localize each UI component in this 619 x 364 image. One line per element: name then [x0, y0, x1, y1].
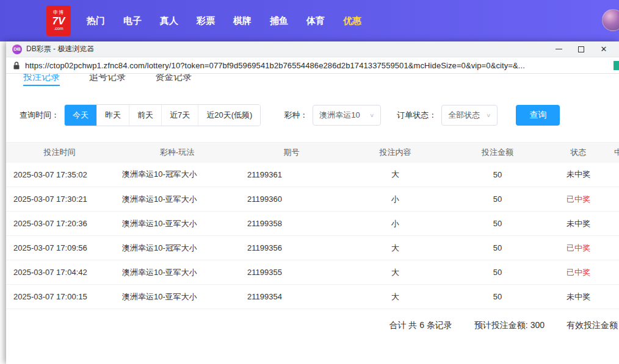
- game-cell: 澳洲幸运10-亚军大小: [113, 187, 241, 212]
- user-avatar[interactable]: [602, 9, 619, 31]
- content-cell: 大: [342, 285, 449, 309]
- nav-item-chess[interactable]: 棋牌: [233, 15, 252, 27]
- content-cell: 小: [342, 212, 449, 236]
- status-cell: 未中奖: [546, 212, 610, 236]
- valid-bet-amount: 有效投注金额: [567, 320, 618, 331]
- window-controls: ✕: [554, 45, 613, 54]
- table-header-row: 投注时间 彩种-玩法 期号 投注内容 投注金额 状态 中: [6, 143, 619, 163]
- time-option-yesterday[interactable]: 昨天: [96, 105, 129, 126]
- bet-time-cell: 2025-03-07 17:00:15: [6, 285, 113, 309]
- nav-item-lottery[interactable]: 彩票: [197, 15, 215, 27]
- amount-cell: 50: [449, 212, 546, 236]
- time-option-day-before[interactable]: 前天: [129, 105, 161, 126]
- window-title: DB彩票 - 极速浏览器: [26, 44, 94, 54]
- issue-cell: 21199354: [241, 285, 342, 309]
- header-prize: 中: [610, 143, 619, 163]
- bet-time-cell: 2025-03-07 17:09:56: [6, 236, 113, 260]
- nav-item-electronic[interactable]: 电子: [123, 15, 142, 27]
- site-logo[interactable]: 申博 7V .com: [46, 5, 71, 36]
- order-status-select[interactable]: 全部状态 ∨: [441, 105, 498, 126]
- summary-bar: 合计 共 6 条记录 预计投注金额: 300 有效投注金额: [6, 320, 619, 331]
- logo-main-text: 7V: [52, 16, 65, 27]
- logo-bottom-text: .com: [54, 26, 63, 30]
- lottery-select-value: 澳洲幸运10: [319, 110, 360, 121]
- chevron-down-icon: ∨: [486, 112, 491, 118]
- nav-item-promo[interactable]: 优惠: [343, 15, 361, 27]
- prize-cell: [610, 163, 619, 187]
- amount-cell: 50: [449, 187, 546, 212]
- table-row: 2025-03-07 17:04:42 澳洲幸运10-亚军大小 21199355…: [6, 260, 619, 285]
- status-cell: 未中奖: [546, 163, 610, 187]
- tab-bet-records[interactable]: 投注记录: [23, 74, 60, 86]
- amount-cell: 50: [449, 236, 546, 260]
- bet-time-cell: 2025-03-07 17:35:02: [6, 163, 113, 187]
- header-status: 状态: [546, 143, 610, 163]
- status-cell: 已中奖: [546, 187, 610, 212]
- tab-chase-records[interactable]: 追号记录: [89, 74, 126, 86]
- issue-cell: 21199355: [241, 260, 342, 285]
- content-cell: 大: [342, 236, 449, 260]
- time-filter-label: 查询时间：: [20, 110, 59, 121]
- status-cell: 已中奖: [546, 236, 610, 260]
- header-bet-time: 投注时间: [6, 143, 113, 163]
- status-cell: 已中奖: [546, 260, 610, 285]
- order-status-label: 订单状态：: [397, 110, 436, 121]
- game-cell: 澳洲幸运10-冠军大小: [113, 236, 241, 260]
- content-cell: 大: [342, 163, 449, 187]
- url-text: https://ctop02pchwp1.zfnc84.com/lottery/…: [25, 61, 525, 70]
- lottery-select[interactable]: 澳洲幸运10 ∨: [313, 105, 381, 126]
- prize-cell: [610, 236, 619, 260]
- prize-cell: [610, 285, 619, 309]
- time-option-today[interactable]: 今天: [65, 105, 96, 126]
- bet-table-wrap: 投注时间 彩种-玩法 期号 投注内容 投注金额 状态 中 2025-03-07 …: [6, 142, 619, 309]
- close-button[interactable]: ✕: [599, 45, 608, 54]
- amount-cell: 50: [449, 260, 546, 285]
- record-count: 合计 共 6 条记录: [389, 320, 452, 331]
- search-button[interactable]: 查询: [516, 105, 560, 126]
- maximize-button[interactable]: [577, 45, 585, 54]
- table-row: 2025-03-07 17:00:15 澳洲幸运10-亚军大小 21199354…: [6, 285, 619, 309]
- tab-fund-records[interactable]: 资金记录: [155, 74, 192, 86]
- expected-bet-amount: 预计投注金额: 300: [474, 320, 545, 331]
- address-bar[interactable]: https://ctop02pchwp1.zfnc84.com/lottery/…: [6, 57, 619, 74]
- game-cell: 澳洲幸运10-亚军大小: [113, 212, 241, 236]
- nav-item-hot[interactable]: 热门: [87, 15, 105, 27]
- bet-time-cell: 2025-03-07 17:20:36: [6, 212, 113, 236]
- prize-cell: [610, 212, 619, 236]
- bet-table-body: 2025-03-07 17:35:02 澳洲幸运10-冠军大小 21199361…: [6, 163, 619, 309]
- game-cell: 澳洲幸运10-冠军大小: [113, 163, 241, 187]
- status-cell: 未中奖: [546, 285, 610, 309]
- header-amount: 投注金额: [449, 143, 546, 163]
- filter-bar: 查询时间： 今天 昨天 前天 近7天 近20天(低频) 彩种： 澳洲幸运10 ∨…: [20, 104, 619, 126]
- time-filter-group: 今天 昨天 前天 近7天 近20天(低频): [64, 104, 261, 126]
- issue-cell: 21199356: [241, 236, 342, 260]
- table-row: 2025-03-07 17:30:21 澳洲幸运10-亚军大小 21199360…: [6, 187, 619, 212]
- table-row: 2025-03-07 17:20:36 澳洲幸运10-亚军大小 21199358…: [6, 212, 619, 236]
- amount-cell: 50: [449, 285, 546, 309]
- bet-table: 投注时间 彩种-玩法 期号 投注内容 投注金额 状态 中 2025-03-07 …: [6, 142, 619, 309]
- table-row: 2025-03-07 17:09:56 澳洲幸运10-冠军大小 21199356…: [6, 236, 619, 260]
- extension-icon[interactable]: [614, 61, 619, 70]
- header-content: 投注内容: [342, 143, 449, 163]
- record-tabs: 投注记录 追号记录 资金记录: [6, 74, 619, 86]
- browser-window: DB DB彩票 - 极速浏览器 ✕ https://ctop02pchwp1.z…: [6, 41, 619, 364]
- prize-cell: [610, 187, 619, 212]
- nav-menu: 热门 电子 真人 彩票 棋牌 捕鱼 体育 优惠: [87, 15, 361, 27]
- browser-tab-icon: DB: [12, 45, 22, 54]
- lock-icon: [13, 62, 20, 70]
- time-option-7days[interactable]: 近7天: [161, 105, 198, 126]
- nav-item-live[interactable]: 真人: [160, 15, 178, 27]
- issue-cell: 21199360: [241, 187, 342, 212]
- nav-item-fishing[interactable]: 捕鱼: [270, 15, 288, 27]
- site-navbar: 申博 7V .com 热门 电子 真人 彩票 棋牌 捕鱼 体育 优惠: [0, 0, 619, 41]
- chevron-down-icon: ∨: [369, 112, 374, 118]
- lottery-filter-label: 彩种：: [284, 110, 308, 121]
- nav-item-sports[interactable]: 体育: [306, 15, 325, 27]
- content-cell: 大: [342, 260, 449, 285]
- table-row: 2025-03-07 17:35:02 澳洲幸运10-冠军大小 21199361…: [6, 163, 619, 187]
- amount-cell: 50: [449, 163, 546, 187]
- time-option-20days[interactable]: 近20天(低频): [198, 105, 260, 126]
- bet-time-cell: 2025-03-07 17:04:42: [6, 260, 113, 285]
- minimize-button[interactable]: [554, 45, 563, 54]
- window-titlebar: DB DB彩票 - 极速浏览器 ✕: [6, 41, 619, 57]
